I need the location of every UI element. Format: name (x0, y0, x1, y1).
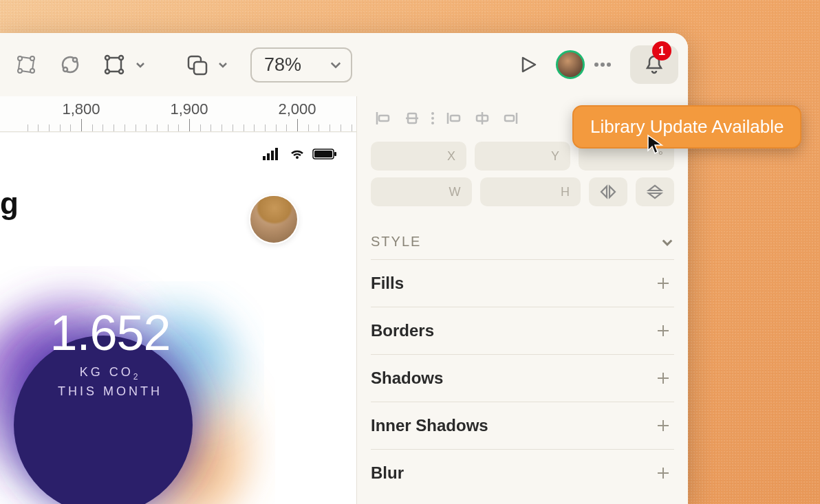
svg-point-6 (63, 67, 67, 72)
borders-row[interactable]: Borders (371, 307, 674, 354)
battery-icon (312, 148, 337, 160)
svg-point-4 (30, 69, 34, 73)
height-field[interactable]: H (480, 177, 581, 206)
svg-point-11 (105, 69, 109, 74)
notification-badge: 1 (652, 41, 671, 61)
heading-fragment: g (0, 186, 19, 221)
svg-rect-32 (451, 116, 460, 121)
svg-rect-15 (263, 156, 266, 160)
signal-bars-icon (263, 148, 282, 160)
svg-rect-36 (505, 116, 514, 121)
design-canvas[interactable]: g (0, 132, 356, 504)
svg-point-12 (119, 69, 123, 74)
fills-row[interactable]: Fills (371, 259, 674, 307)
y-position-field[interactable]: Y (475, 142, 570, 171)
align-left-button[interactable] (371, 107, 396, 129)
svg-point-10 (119, 56, 123, 60)
add-inner-shadow-button[interactable] (652, 415, 674, 437)
property-label: Shadows (371, 369, 443, 388)
shape-tool-button[interactable] (98, 48, 131, 81)
vector-tool-button[interactable] (54, 48, 87, 81)
property-label: Inner Shadows (371, 416, 488, 435)
svg-point-7 (73, 58, 77, 62)
property-label: Borders (371, 321, 434, 340)
x-position-field[interactable]: X (371, 142, 466, 171)
boolean-tool-group[interactable] (180, 48, 231, 81)
size-controls: W H (371, 177, 674, 206)
svg-rect-20 (314, 151, 332, 157)
ruler-tick-label: 2,000 (278, 100, 316, 118)
notifications-button[interactable]: 1 (630, 45, 678, 84)
library-update-tooltip[interactable]: Library Update Available (572, 105, 801, 149)
add-border-button[interactable] (652, 320, 674, 342)
content-area: 1,800 1,900 2,000 (0, 96, 688, 504)
shape-tool-group[interactable] (98, 48, 149, 81)
width-field[interactable]: W (371, 177, 472, 206)
collaborator-group (556, 50, 615, 79)
metric-display: 1.652 KG CO2 THIS MONTH (0, 305, 220, 399)
flip-horizontal-button[interactable] (589, 177, 627, 206)
svg-rect-14 (194, 62, 206, 74)
horizontal-ruler[interactable]: 1,800 1,900 2,000 (0, 96, 356, 132)
align-right-edge-button[interactable] (499, 107, 524, 129)
preview-play-button[interactable] (512, 48, 545, 81)
zoom-value: 78% (264, 54, 301, 76)
metric-value: 1.652 (0, 305, 220, 361)
user-avatar[interactable] (556, 50, 585, 79)
svg-point-2 (30, 56, 34, 61)
app-window: 78% 1 (0, 33, 688, 504)
svg-rect-28 (379, 116, 389, 121)
add-fill-button[interactable] (652, 272, 674, 294)
svg-rect-17 (271, 151, 274, 160)
style-header-label: STYLE (371, 234, 421, 250)
zoom-dropdown[interactable]: 78% (250, 47, 352, 83)
canvas-pane: 1,800 1,900 2,000 (0, 96, 356, 504)
wifi-icon (289, 148, 305, 160)
boolean-tool-button[interactable] (180, 48, 213, 81)
more-users-button[interactable] (590, 58, 615, 71)
flip-vertical-button[interactable] (636, 177, 674, 206)
separator-dots-icon (431, 112, 434, 124)
inner-shadows-row[interactable]: Inner Shadows (371, 402, 674, 449)
chevron-down-icon[interactable] (132, 56, 149, 73)
svg-rect-21 (334, 152, 336, 156)
inspector-panel: X Y ° W H STYLE Fills (356, 96, 688, 504)
chevron-down-icon[interactable] (215, 56, 231, 73)
add-blur-button[interactable] (652, 462, 674, 484)
style-section-header[interactable]: STYLE (371, 224, 674, 259)
property-label: Blur (371, 463, 404, 483)
svg-point-1 (18, 56, 22, 61)
toolbar: 78% 1 (0, 33, 688, 96)
align-center-h-button[interactable] (400, 107, 424, 129)
svg-point-9 (105, 56, 109, 60)
edit-tool-button[interactable] (10, 48, 43, 81)
align-left-edge-button[interactable] (441, 107, 466, 129)
svg-rect-16 (267, 153, 270, 160)
add-shadow-button[interactable] (652, 367, 674, 389)
blur-row[interactable]: Blur (371, 449, 674, 496)
svg-rect-18 (275, 148, 278, 160)
metric-period: THIS MONTH (0, 384, 220, 399)
ruler-tick-label: 1,900 (170, 100, 208, 118)
property-label: Fills (371, 274, 404, 293)
chevron-down-icon (660, 235, 674, 249)
align-center-v-button[interactable] (470, 107, 495, 129)
chevron-down-icon (329, 58, 343, 72)
ruler-tick-label: 1,800 (62, 100, 100, 118)
shadows-row[interactable]: Shadows (371, 354, 674, 402)
device-status-bar (0, 148, 337, 160)
svg-point-3 (18, 69, 22, 73)
metric-unit: KG CO2 (0, 365, 220, 382)
